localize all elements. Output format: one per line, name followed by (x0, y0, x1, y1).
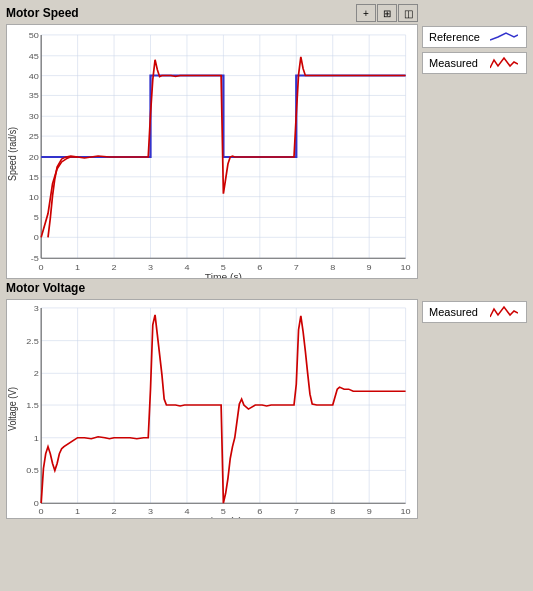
svg-text:9: 9 (367, 263, 372, 272)
zoom-in-button[interactable]: + (356, 4, 376, 22)
svg-text:2: 2 (34, 369, 39, 378)
svg-text:Voltage (V): Voltage (V) (7, 387, 18, 431)
top-legend: Reference Measured (422, 24, 527, 279)
svg-text:2.5: 2.5 (26, 336, 39, 345)
voltage-measured-legend-line (490, 305, 518, 319)
svg-text:7: 7 (294, 263, 299, 272)
svg-text:1: 1 (34, 433, 39, 442)
svg-text:9: 9 (367, 507, 372, 516)
svg-text:35: 35 (29, 91, 39, 100)
svg-text:Time (s): Time (s) (205, 272, 242, 278)
measured-legend-line (490, 56, 518, 70)
svg-text:5: 5 (221, 263, 226, 272)
svg-text:7: 7 (294, 507, 299, 516)
svg-text:2: 2 (112, 263, 117, 272)
svg-text:1: 1 (75, 507, 80, 516)
svg-text:3: 3 (148, 263, 153, 272)
motor-voltage-chart: 0 0.5 1 1.5 2 2.5 3 0 1 2 3 4 5 6 7 8 (7, 300, 417, 518)
svg-text:20: 20 (29, 153, 39, 162)
measured-legend-item-bottom: Measured (422, 301, 527, 323)
svg-text:50: 50 (29, 30, 39, 39)
top-chart-title: Motor Speed (6, 6, 79, 20)
svg-text:4: 4 (184, 263, 189, 272)
svg-text:25: 25 (29, 132, 39, 141)
svg-text:-5: -5 (31, 254, 39, 263)
svg-text:Speed (rad/s): Speed (rad/s) (7, 127, 18, 181)
svg-text:6: 6 (257, 507, 262, 516)
svg-text:30: 30 (29, 112, 39, 121)
svg-text:5: 5 (221, 507, 226, 516)
bottom-legend: Measured (422, 299, 527, 519)
zoom-fit-button[interactable]: ⊞ (377, 4, 397, 22)
svg-text:45: 45 (29, 51, 39, 60)
svg-text:2: 2 (112, 507, 117, 516)
svg-text:6: 6 (257, 263, 262, 272)
svg-text:0: 0 (39, 507, 44, 516)
svg-text:8: 8 (330, 263, 335, 272)
motor-speed-chart: -5 0 5 10 15 20 25 30 35 40 45 50 0 1 2 (7, 25, 417, 278)
svg-text:0: 0 (39, 263, 44, 272)
reference-legend-label: Reference (429, 31, 484, 43)
settings-button[interactable]: ◫ (398, 4, 418, 22)
svg-text:1.5: 1.5 (26, 401, 39, 410)
svg-text:0.5: 0.5 (26, 466, 39, 475)
svg-text:1: 1 (75, 263, 80, 272)
svg-text:8: 8 (330, 507, 335, 516)
reference-legend-line (490, 30, 518, 44)
bottom-chart-title: Motor Voltage (6, 281, 85, 295)
svg-text:10: 10 (401, 263, 411, 272)
measured-legend-item-top: Measured (422, 52, 527, 74)
svg-text:5: 5 (34, 213, 39, 222)
reference-legend-item: Reference (422, 26, 527, 48)
svg-text:10: 10 (401, 507, 411, 516)
svg-text:10: 10 (29, 192, 39, 201)
toolbar: + ⊞ ◫ (356, 4, 418, 22)
svg-text:0: 0 (34, 233, 39, 242)
svg-text:Time (s): Time (s) (205, 516, 242, 518)
svg-text:15: 15 (29, 172, 39, 181)
measured-legend-label-bottom: Measured (429, 306, 484, 318)
svg-text:40: 40 (29, 71, 39, 80)
svg-text:3: 3 (34, 303, 39, 312)
measured-legend-label-top: Measured (429, 57, 484, 69)
svg-text:3: 3 (148, 507, 153, 516)
svg-text:4: 4 (184, 507, 189, 516)
